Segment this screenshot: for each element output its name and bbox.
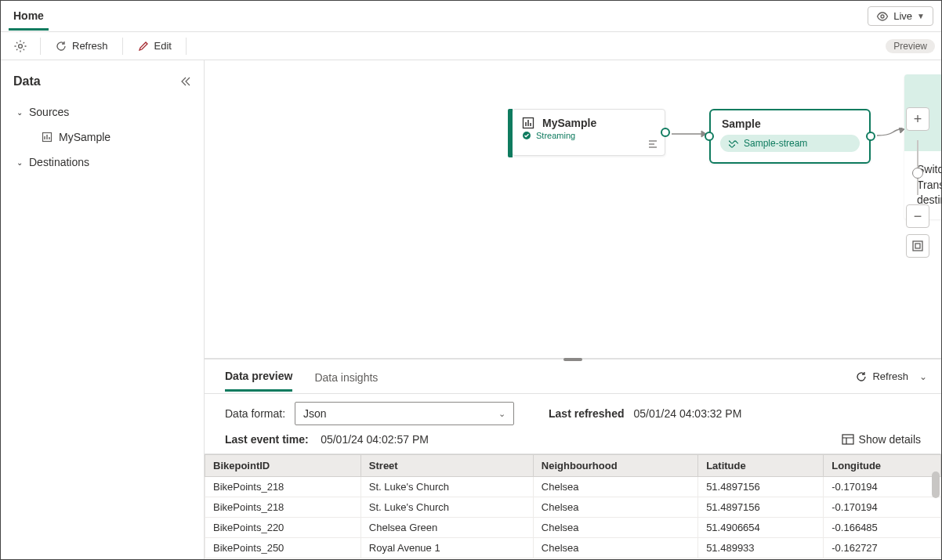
chevron-down-icon: ⌄	[16, 108, 23, 117]
column-header[interactable]: Street	[360, 455, 533, 477]
preview-panel: Data preview Data insights Refresh ⌄ Dat…	[205, 359, 941, 559]
stream-node-title: Sample	[711, 110, 869, 135]
destinations-node[interactable]: ⌄ Destinations	[13, 150, 191, 175]
table-cell: BikePoints_220	[205, 518, 361, 538]
show-details-label: Show details	[859, 433, 921, 446]
sources-node[interactable]: ⌄ Sources	[13, 99, 191, 125]
format-value: Json	[303, 407, 327, 420]
last-event-value: 05/01/24 04:02:57 PM	[321, 433, 429, 446]
table-cell: 51.4897156	[698, 497, 824, 518]
zoom-fit-button[interactable]	[906, 234, 929, 258]
zoom-control: + −	[905, 107, 930, 258]
stream-pill[interactable]: Sample-stream	[720, 135, 860, 152]
eye-icon	[876, 12, 889, 21]
svg-rect-10	[842, 435, 853, 444]
table-cell: Chelsea Green	[360, 518, 533, 538]
tab-data-preview[interactable]: Data preview	[225, 361, 292, 392]
table-row[interactable]: BikePoints_218St. Luke's ChurchChelsea51…	[205, 477, 941, 497]
panel-resize-handle[interactable]	[563, 358, 582, 361]
tab-data-insights[interactable]: Data insights	[314, 363, 378, 391]
svg-point-1	[19, 44, 23, 48]
scrollbar-thumb[interactable]	[932, 471, 940, 498]
table-cell: Chelsea	[533, 538, 697, 558]
zoom-in-button[interactable]: +	[906, 107, 929, 131]
column-header[interactable]: Latitude	[698, 455, 824, 477]
stream-icon	[728, 139, 739, 148]
connector	[875, 128, 907, 142]
node-menu-icon[interactable]	[647, 139, 658, 149]
refresh-icon	[55, 40, 67, 52]
table-cell: BikePoints_218	[205, 477, 361, 497]
source-node[interactable]: MySample Streaming	[512, 109, 665, 156]
refresh-button[interactable]: Refresh	[47, 35, 116, 57]
table-cell: Chelsea	[533, 477, 697, 497]
table-cell: 51.4906654	[698, 518, 824, 538]
output-port[interactable]	[661, 128, 670, 137]
table-cell: Chelsea	[533, 518, 697, 538]
table-cell: -0.170194	[824, 497, 941, 518]
divider	[186, 38, 187, 55]
output-port[interactable]	[866, 132, 875, 141]
format-select[interactable]: Json ⌄	[295, 402, 514, 425]
svg-rect-9	[915, 244, 920, 248]
divider	[40, 38, 41, 55]
column-header[interactable]: BikepointID	[205, 455, 361, 477]
table-cell: BikePoints_218	[205, 497, 361, 518]
svg-point-0	[881, 15, 884, 18]
table-cell: -0.162727	[824, 538, 941, 558]
source-accent	[508, 109, 513, 157]
preview-refresh-label: Refresh	[872, 370, 908, 382]
source-status: Streaming	[536, 131, 575, 140]
table-cell: Royal Avenue 1	[360, 538, 533, 558]
refresh-icon	[855, 370, 868, 383]
chevron-down-icon: ⌄	[498, 409, 505, 419]
chevron-down-icon: ⌄	[16, 158, 23, 167]
source-item-label: MySample	[59, 131, 111, 143]
live-mode-button[interactable]: Live ▼	[868, 6, 933, 26]
edit-label: Edit	[154, 40, 172, 52]
table-row[interactable]: BikePoints_220Chelsea GreenChelsea51.490…	[205, 518, 941, 538]
last-refreshed-label: Last refreshed	[549, 407, 624, 420]
preview-badge: Preview	[886, 39, 935, 53]
table-cell: 51.489933	[698, 538, 824, 558]
preview-refresh-button[interactable]: Refresh	[855, 370, 908, 383]
chevron-down-icon[interactable]: ⌄	[919, 371, 927, 382]
details-icon	[842, 434, 854, 445]
collapse-sidebar-button[interactable]	[180, 76, 191, 87]
live-label: Live	[893, 10, 912, 22]
zoom-slider[interactable]	[917, 140, 918, 195]
table-cell: -0.170194	[824, 477, 941, 497]
table-cell: Chelsea	[533, 497, 697, 518]
table-cell: 51.4897156	[698, 477, 824, 497]
table-row[interactable]: BikePoints_218St. Luke's ChurchChelsea51…	[205, 497, 941, 518]
column-header[interactable]: Neighbourhood	[533, 455, 697, 477]
table-cell: St. Luke's Church	[360, 477, 533, 497]
input-port[interactable]	[705, 132, 714, 141]
table-row[interactable]: BikePoints_250Royal Avenue 1Chelsea51.48…	[205, 538, 941, 558]
refresh-label: Refresh	[72, 40, 108, 52]
tab-home[interactable]: Home	[9, 2, 49, 31]
show-details-button[interactable]: Show details	[842, 433, 921, 446]
preview-table: BikepointIDStreetNeighbourhoodLatitudeLo…	[205, 454, 941, 558]
sidebar-title: Data	[13, 74, 191, 89]
column-header[interactable]: Longitude	[824, 455, 941, 477]
format-label: Data format:	[225, 407, 285, 420]
last-refreshed-value: 05/01/24 04:03:32 PM	[634, 407, 742, 420]
data-sidebar: Data ⌄ Sources MySample ⌄ Destinations	[1, 60, 205, 559]
svg-rect-8	[913, 241, 922, 251]
destinations-label: Destinations	[29, 156, 89, 168]
zoom-out-button[interactable]: −	[906, 204, 929, 228]
zoom-knob[interactable]	[912, 168, 923, 179]
pencil-icon	[137, 40, 150, 52]
flow-canvas[interactable]: MySample Streaming	[205, 60, 941, 359]
data-source-icon	[42, 132, 53, 143]
preview-table-wrap[interactable]: BikepointIDStreetNeighbourhoodLatitudeLo…	[205, 453, 941, 559]
source-item-mysample[interactable]: MySample	[13, 125, 191, 150]
settings-button[interactable]	[7, 34, 34, 58]
edit-button[interactable]: Edit	[129, 35, 179, 57]
stream-node[interactable]: Sample Sample-stream	[709, 109, 871, 164]
table-cell: -0.166485	[824, 518, 941, 538]
gear-icon	[13, 39, 27, 53]
chevron-down-icon: ▼	[917, 12, 925, 20]
divider	[122, 38, 123, 55]
